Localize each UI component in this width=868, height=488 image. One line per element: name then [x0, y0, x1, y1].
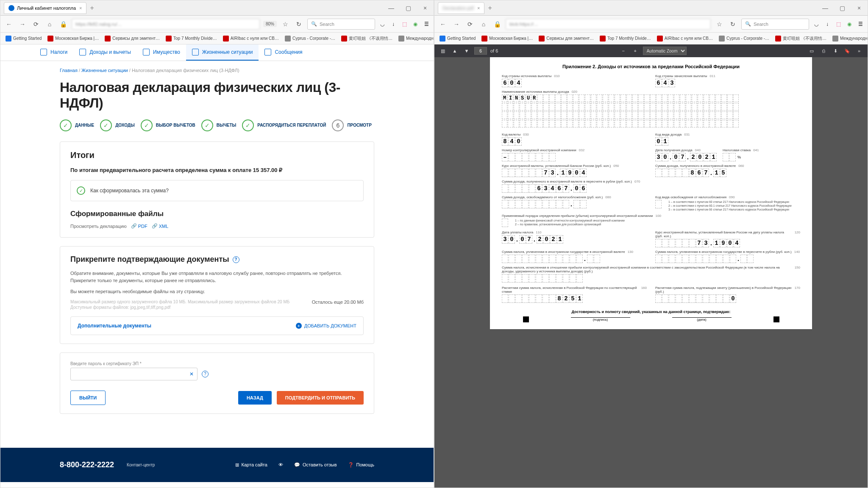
back-button[interactable]: ← — [438, 19, 448, 29]
view-link[interactable]: 👁 — [278, 462, 283, 468]
back-button[interactable]: НАЗАД — [238, 391, 272, 405]
extension-icon[interactable]: ⬚ — [835, 20, 842, 28]
submit-button[interactable]: ПОДТВЕРДИТЬ И ОТПРАВИТЬ — [277, 391, 364, 405]
step-data[interactable]: ✓ДАННЫЕ — [60, 119, 94, 131]
address-bar: ← → ⟳ ⌂ 🔒 https://lkfl2.nalog.ru/… 80% ☆… — [0, 16, 434, 33]
check-icon: ✓ — [141, 119, 153, 131]
home-button[interactable]: ⌂ — [45, 19, 55, 29]
new-tab-button[interactable]: + — [90, 4, 94, 12]
home-button[interactable]: ⌂ — [479, 19, 489, 29]
pdf-viewport[interactable]: Приложение 2. Доходы от источников за пр… — [434, 57, 868, 488]
extension-icon[interactable]: ◉ — [846, 20, 853, 28]
help-link[interactable]: ❓Помощь — [348, 462, 375, 468]
bookmark-item[interactable]: AIRIbac с нуля или СВ… — [221, 35, 281, 42]
bookmark-item[interactable]: 黄叮咀姐 《不该用情… — [339, 35, 394, 42]
reload-button[interactable]: ⟳ — [31, 19, 41, 29]
bookmark-item[interactable]: Top 7 Monthly Divide… — [598, 35, 653, 42]
pocket-icon[interactable]: ◡ — [812, 20, 820, 28]
password-input[interactable]: ✕ — [70, 368, 198, 380]
bookmark-star-icon[interactable]: ☆ — [714, 19, 724, 29]
page-input[interactable] — [474, 47, 487, 55]
print-icon[interactable]: ⎙ — [819, 47, 828, 55]
zoom-select[interactable]: Automatic Zoom — [643, 47, 687, 55]
nav-property[interactable]: Имущество — [137, 44, 186, 61]
nav-life-situations[interactable]: Жизненные ситуации — [186, 44, 259, 61]
close-button[interactable]: × — [851, 0, 868, 16]
zoom-in-button[interactable]: + — [631, 47, 640, 55]
search-field[interactable]: 🔍Search — [307, 19, 375, 30]
exit-button[interactable]: ВЫЙТИ — [70, 391, 106, 405]
refresh-icon[interactable]: ↻ — [294, 19, 304, 29]
browser-tab[interactable]: Declaration.pdf × — [438, 2, 484, 14]
close-icon[interactable]: × — [79, 6, 82, 11]
nav-messages[interactable]: Сообщения — [259, 44, 308, 61]
bookmark-item[interactable]: Московская Биржа |… — [46, 35, 100, 42]
bookmark-item[interactable]: Getting Started — [4, 35, 43, 42]
forward-button[interactable]: → — [451, 19, 462, 29]
bookmark-item[interactable]: Сервисы для эмитент… — [103, 35, 161, 42]
close-button[interactable]: × — [417, 0, 434, 16]
step-preview[interactable]: 6ПРОСМОТР — [332, 119, 371, 131]
add-document-button[interactable]: + ДОБАВИТЬ ДОКУМЕНТ — [296, 323, 356, 329]
bookmark-item[interactable]: Top 7 Monthly Divide… — [164, 35, 219, 42]
url-field[interactable]: https://lkfl2.nalog.ru/… — [72, 19, 260, 30]
bookmark-item[interactable]: 黄叮咀姐 《不该用情… — [773, 35, 828, 42]
bookmark-item[interactable]: Международные ры… — [831, 35, 868, 42]
nav-income[interactable]: Доходы и вычеты — [73, 44, 137, 61]
new-tab-button[interactable]: + — [488, 4, 492, 12]
back-button[interactable]: ← — [4, 19, 14, 29]
minimize-button[interactable]: — — [817, 0, 834, 16]
breadcrumb-home[interactable]: Главная — [60, 68, 78, 73]
step-deductions[interactable]: ✓ВЫЧЕТЫ — [201, 119, 236, 131]
tools-icon[interactable]: » — [855, 47, 863, 55]
close-icon[interactable]: × — [477, 6, 480, 11]
breadcrumb: Главная / Жизненные ситуации / Налоговая… — [60, 61, 374, 80]
maximize-button[interactable]: ▢ — [400, 0, 417, 16]
help-icon[interactable]: ? — [233, 256, 239, 263]
breadcrumb-section[interactable]: Жизненные ситуации — [81, 68, 128, 73]
maximize-button[interactable]: ▢ — [834, 0, 851, 16]
menu-icon[interactable]: ☰ — [423, 20, 430, 28]
extension-icon[interactable]: ⬚ — [401, 20, 408, 28]
sidebar-toggle[interactable]: ▥ — [439, 47, 447, 55]
step-deduction-choice[interactable]: ✓ВЫБОР ВЫЧЕТОВ — [141, 119, 195, 131]
download-icon[interactable]: ⬇ — [831, 47, 840, 55]
step-income[interactable]: ✓ДОХОДЫ — [100, 119, 135, 131]
sitemap-link[interactable]: ⊞Карта сайта — [235, 462, 267, 468]
page-down-button[interactable]: ▼ — [462, 47, 471, 55]
browser-tab[interactable]: Личный кабинет налогопла × — [4, 2, 86, 14]
step-overpayment[interactable]: ✓РАСПОРЯДИТЬСЯ ПЕРЕПЛАТОЙ — [242, 119, 326, 131]
download-icon[interactable]: ↓ — [389, 20, 397, 28]
zoom-out-button[interactable]: − — [619, 47, 628, 55]
bookmark-item[interactable]: Getting Started — [438, 35, 477, 42]
bookmark-item[interactable]: Cyprus - Corporate -… — [283, 35, 337, 42]
page-up-button[interactable]: ▲ — [451, 47, 459, 55]
bookmark-item[interactable]: Московская Биржа |… — [480, 35, 534, 42]
minimize-button[interactable]: — — [383, 0, 400, 16]
bookmark-item[interactable]: Международные ры… — [397, 35, 434, 42]
help-icon[interactable]: ? — [202, 371, 209, 377]
bookmark-star-icon[interactable]: ☆ — [280, 19, 290, 29]
reload-button[interactable]: ⟳ — [465, 19, 475, 29]
feedback-link[interactable]: 💬Оставить отзыв — [294, 462, 337, 468]
extension-icon[interactable]: ◉ — [412, 20, 419, 28]
download-icon[interactable]: ↓ — [823, 20, 831, 28]
how-formed-box[interactable]: ✓ Как сформировалась эта сумма? — [70, 180, 364, 201]
menu-icon[interactable]: ☰ — [857, 20, 864, 28]
search-field[interactable]: 🔍Search — [741, 19, 809, 30]
pocket-icon[interactable]: ◡ — [378, 20, 386, 28]
bookmark-item[interactable]: AIRIbac с нуля или СВ… — [655, 35, 715, 42]
bookmark-item[interactable]: Сервисы для эмитент… — [537, 35, 595, 42]
bookmark-icon[interactable]: 🔖 — [843, 47, 851, 55]
bookmark-item[interactable]: Cyprus - Corporate -… — [717, 35, 771, 42]
xml-link[interactable]: 🔗 XML — [152, 223, 169, 229]
zoom-indicator[interactable]: 80% — [263, 21, 277, 27]
clear-icon[interactable]: ✕ — [189, 371, 194, 377]
nav-taxes[interactable]: Налоги — [34, 44, 73, 61]
presentation-icon[interactable]: ▭ — [807, 47, 816, 55]
pdf-link[interactable]: 🔗 PDF — [131, 223, 147, 229]
refresh-icon[interactable]: ↻ — [728, 19, 738, 29]
forward-button[interactable]: → — [17, 19, 28, 29]
view-declaration-label: Просмотреть декларацию — [70, 224, 127, 229]
url-field[interactable]: blob:https://… — [506, 19, 711, 30]
